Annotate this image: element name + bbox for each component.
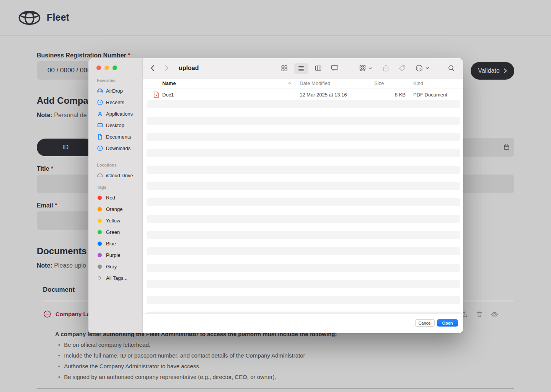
sidebar-item-documents[interactable]: Documents (88, 131, 142, 142)
finder-sidebar: Favorites AirDrop Recents (88, 58, 143, 333)
list-view-button[interactable] (294, 63, 308, 74)
file-list: Doc1 12 Mar 2025 at 13:16 8 KB PDF Docum… (143, 88, 463, 313)
document-icon (96, 133, 103, 140)
finder-main-panel: upload (143, 58, 463, 333)
pdf-file-icon (154, 91, 159, 98)
icon-view-button[interactable] (280, 64, 288, 72)
sidebar-item-downloads[interactable]: Downloads (88, 142, 142, 154)
sidebar-tag-yellow[interactable]: Yellow (88, 215, 142, 226)
file-date-modified: 12 Mar 2025 at 13:16 (300, 92, 347, 98)
tag-dot (98, 219, 102, 223)
dialog-title: upload (179, 65, 199, 72)
empty-row (147, 149, 460, 157)
locations-header: Locations (88, 163, 142, 170)
all-tags-icon (96, 274, 103, 281)
empty-row (147, 247, 460, 255)
empty-row (147, 296, 460, 304)
tag-dot (98, 230, 102, 234)
empty-row (147, 264, 460, 272)
tag-dot (98, 207, 102, 211)
zoom-window-button[interactable] (112, 65, 117, 70)
tag-dot (98, 242, 102, 246)
tags-button[interactable] (398, 64, 406, 72)
empty-row (147, 182, 460, 190)
column-size[interactable]: Size (374, 80, 384, 86)
download-icon (96, 145, 103, 152)
close-window-button[interactable] (96, 65, 101, 70)
forward-button[interactable] (165, 65, 169, 72)
file-row-doc1[interactable]: Doc1 12 Mar 2025 at 13:16 8 KB PDF Docum… (143, 90, 463, 100)
file-size: 8 KB (370, 92, 406, 98)
empty-row (147, 166, 460, 174)
empty-row (147, 215, 460, 223)
sidebar-tag-red[interactable]: Red (88, 192, 142, 203)
search-icon[interactable] (448, 65, 455, 72)
group-by-button[interactable] (359, 64, 372, 72)
empty-row (147, 133, 460, 141)
minimize-window-button[interactable] (104, 65, 109, 70)
empty-row (147, 117, 460, 125)
column-name[interactable]: Name (162, 80, 176, 86)
empty-row (147, 312, 460, 313)
sidebar-item-desktop[interactable]: Desktop (88, 119, 142, 131)
chevron-down-icon (425, 67, 429, 70)
empty-row (147, 231, 460, 239)
tag-dot (98, 265, 102, 269)
sidebar-tag-gray[interactable]: Gray (88, 261, 142, 272)
list-view-icon (297, 65, 305, 72)
chevron-down-icon (368, 67, 372, 70)
favorites-header: Favorites (88, 78, 142, 85)
dialog-footer: Cancel Open (143, 313, 463, 333)
sort-asc-icon (288, 82, 292, 84)
tag-dot (98, 196, 102, 200)
open-button[interactable]: Open (437, 319, 458, 327)
finder-toolbar: upload (143, 58, 463, 78)
tag-dot (98, 253, 102, 257)
sidebar-item-icloud-drive[interactable]: iCloud Drive (88, 170, 142, 181)
desktop-icon (96, 122, 103, 129)
sidebar-item-applications[interactable]: Applications (88, 108, 142, 119)
column-kind[interactable]: Kind (413, 80, 423, 86)
tags-header: Tags (88, 185, 142, 192)
sidebar-tag-orange[interactable]: Orange (88, 203, 142, 215)
icloud-icon (96, 172, 103, 179)
sidebar-tag-purple[interactable]: Purple (88, 249, 142, 261)
applications-icon (96, 110, 103, 117)
sidebar-item-recents[interactable]: Recents (88, 96, 142, 108)
file-name: Doc1 (162, 92, 174, 98)
clock-icon (96, 99, 103, 106)
finder-open-dialog: Favorites AirDrop Recents (88, 58, 463, 333)
column-view-button[interactable] (314, 64, 322, 72)
column-date-modified[interactable]: Date Modified (300, 80, 330, 86)
gallery-view-button[interactable] (330, 64, 339, 72)
share-button[interactable] (382, 64, 390, 72)
sidebar-tag-green[interactable]: Green (88, 226, 142, 238)
back-button[interactable] (150, 65, 155, 72)
list-column-headers: Name Date Modified Size Kind (143, 78, 463, 88)
sidebar-item-all-tags[interactable]: All Tags... (88, 272, 142, 284)
cancel-button[interactable]: Cancel (415, 319, 435, 327)
sidebar-item-airdrop[interactable]: AirDrop (88, 85, 142, 96)
more-options-button[interactable] (415, 64, 429, 72)
empty-row (147, 198, 460, 206)
sidebar-tag-blue[interactable]: Blue (88, 238, 142, 249)
empty-row (147, 280, 460, 288)
empty-row (147, 100, 460, 108)
airdrop-icon (96, 87, 103, 94)
file-kind: PDF Document (413, 92, 447, 98)
